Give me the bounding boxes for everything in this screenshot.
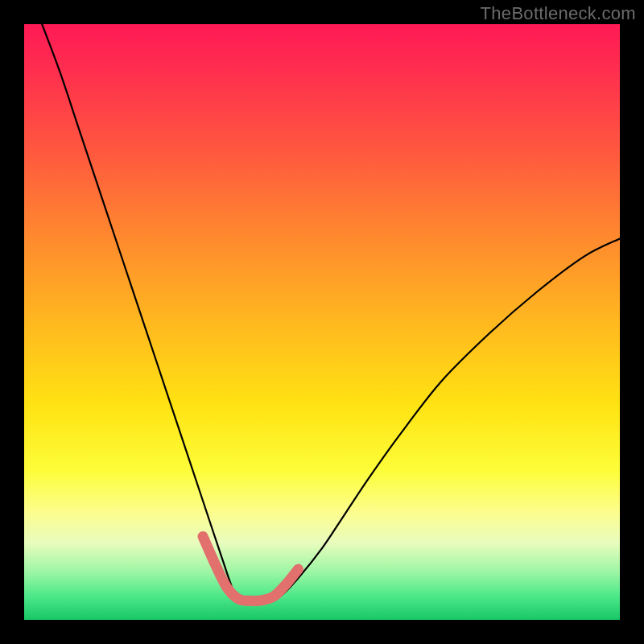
plot-area [24,24,620,620]
bottleneck-curve [42,24,620,601]
chart-frame: TheBottleneck.com [0,0,644,644]
watermark-text: TheBottleneck.com [481,3,636,24]
curve-layer [24,24,620,620]
